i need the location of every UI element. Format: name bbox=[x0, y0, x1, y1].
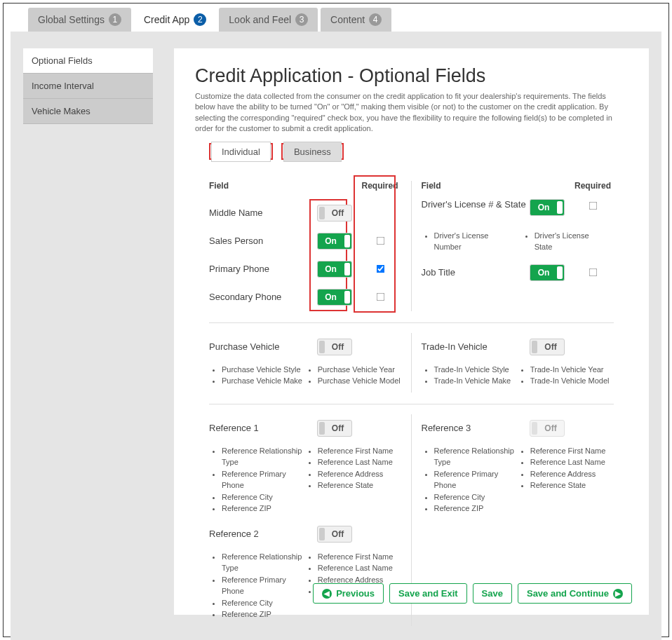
button-label: Save and Exit bbox=[398, 588, 458, 599]
required-checkbox-drivers-license[interactable] bbox=[589, 201, 598, 210]
subfield: Reference Last Name bbox=[530, 456, 614, 468]
subfield: Driver's License Number bbox=[434, 230, 508, 253]
subfield: Reference Last Name bbox=[318, 456, 401, 468]
field-label-reference-2: Reference 2 bbox=[209, 529, 317, 539]
arrow-right-icon: ▶ bbox=[613, 589, 623, 599]
subfield: Purchase Vehicle Year bbox=[318, 364, 401, 376]
subfield: Purchase Vehicle Make bbox=[222, 375, 305, 387]
subfield: Reference Last Name bbox=[318, 562, 401, 574]
tab-badge: 2 bbox=[194, 13, 206, 26]
subfield: Trade-In Vehicle Make bbox=[434, 375, 518, 387]
button-label: Save bbox=[482, 588, 503, 599]
page-title: Credit Application - Optional Fields bbox=[195, 65, 628, 87]
subfield: Purchase Vehicle Style bbox=[222, 364, 305, 376]
subfield: Reference City bbox=[434, 491, 518, 503]
save-and-exit-button[interactable]: Save and Exit bbox=[389, 583, 467, 604]
subfield: Purchase Vehicle Model bbox=[318, 375, 401, 387]
subfield: Reference Primary Phone bbox=[434, 468, 518, 491]
tab-global-settings[interactable]: Global Settings 1 bbox=[28, 8, 131, 32]
sidebar-item-label: Income Interval bbox=[32, 81, 94, 91]
button-label: Previous bbox=[336, 588, 375, 599]
subfield: Trade-In Vehicle Style bbox=[434, 364, 518, 376]
field-label-drivers-license: Driver's License # & State bbox=[422, 199, 530, 210]
field-label-tradein-vehicle: Trade-In Vehicle bbox=[422, 341, 530, 352]
sidebar-item-label: Optional Fields bbox=[32, 55, 93, 66]
arrow-left-icon: ◀ bbox=[322, 589, 332, 599]
sidebar-item-label: Vehicle Makes bbox=[32, 106, 90, 116]
field-label-purchase-vehicle: Purchase Vehicle bbox=[209, 341, 317, 352]
toggle-reference-3[interactable]: Off bbox=[530, 420, 565, 437]
tab-badge: 1 bbox=[109, 13, 121, 26]
save-button[interactable]: Save bbox=[473, 583, 512, 604]
field-label-reference-3: Reference 3 bbox=[422, 423, 530, 433]
required-checkbox-job-title[interactable] bbox=[589, 268, 598, 277]
subfield: Reference Primary Phone bbox=[222, 574, 305, 597]
tab-label: Credit App bbox=[144, 14, 189, 25]
subfield: Trade-In Vehicle Year bbox=[530, 364, 614, 376]
sidebar-item-income-interval[interactable]: Income Interval bbox=[23, 74, 153, 99]
subtab-individual-highlight: Individual bbox=[209, 143, 273, 160]
toggle-job-title[interactable]: On bbox=[530, 264, 565, 281]
toggle-primary-phone[interactable]: On bbox=[317, 261, 352, 278]
field-label-job-title: Job Title bbox=[422, 267, 530, 278]
required-checkbox-primary-phone[interactable] bbox=[376, 265, 384, 273]
col-header-field: Field bbox=[422, 181, 530, 191]
subfield: Reference Primary Phone bbox=[222, 468, 305, 491]
toggle-tradein-vehicle[interactable]: Off bbox=[530, 339, 565, 355]
subfield: Reference City bbox=[222, 491, 305, 503]
subtab-individual[interactable]: Individual bbox=[211, 142, 271, 162]
subfield: Reference Address bbox=[318, 468, 401, 480]
subtab-business-highlight: Business bbox=[281, 143, 344, 160]
col-header-required: Required bbox=[359, 181, 401, 191]
subfield: Reference ZIP bbox=[434, 503, 518, 515]
toggle-drivers-license[interactable]: On bbox=[530, 199, 565, 216]
subfield: Reference ZIP bbox=[222, 503, 305, 515]
subtab-business[interactable]: Business bbox=[283, 142, 342, 162]
previous-button[interactable]: ◀ Previous bbox=[313, 583, 384, 604]
tab-label: Content bbox=[330, 14, 365, 25]
sidebar: Optional Fields Income Interval Vehicle … bbox=[23, 48, 153, 615]
field-label-secondary-phone: Secondary Phone bbox=[209, 292, 317, 302]
sidebar-item-vehicle-makes[interactable]: Vehicle Makes bbox=[23, 99, 153, 124]
subfield: Reference Address bbox=[530, 468, 614, 480]
subfield: Reference Relationship Type bbox=[222, 551, 305, 574]
tab-look-and-feel[interactable]: Look and Feel 3 bbox=[219, 8, 318, 32]
toggle-reference-2[interactable]: Off bbox=[317, 526, 352, 543]
subfield: Trade-In Vehicle Model bbox=[530, 375, 614, 387]
tab-label: Look and Feel bbox=[229, 14, 291, 25]
subfield: Reference Relationship Type bbox=[434, 445, 518, 468]
sidebar-item-optional-fields[interactable]: Optional Fields bbox=[23, 48, 153, 74]
tab-badge: 3 bbox=[295, 13, 308, 26]
subfield: Reference First Name bbox=[318, 445, 401, 457]
subfield: Reference Relationship Type bbox=[222, 445, 305, 468]
required-checkbox-secondary-phone[interactable] bbox=[376, 293, 384, 301]
required-checkbox-sales-person[interactable] bbox=[376, 237, 384, 245]
toggle-secondary-phone[interactable]: On bbox=[317, 289, 352, 306]
tab-label: Global Settings bbox=[38, 14, 105, 25]
subfield: Reference City bbox=[222, 597, 305, 609]
toggle-reference-1[interactable]: Off bbox=[317, 420, 352, 437]
subfield: Reference State bbox=[318, 479, 401, 491]
subfield: Driver's License State bbox=[535, 230, 600, 253]
tab-credit-app[interactable]: Credit App 2 bbox=[134, 8, 216, 32]
col-header-field: Field bbox=[209, 181, 317, 191]
toggle-purchase-vehicle[interactable]: Off bbox=[317, 339, 352, 355]
field-label-primary-phone: Primary Phone bbox=[209, 264, 317, 274]
tab-badge: 4 bbox=[369, 13, 382, 26]
subfield: Reference ZIP bbox=[222, 608, 305, 620]
subfield: Reference State bbox=[530, 479, 614, 491]
col-header-required: Required bbox=[572, 181, 614, 191]
page-description: Customize the data collected from the co… bbox=[195, 91, 628, 135]
field-label-sales-person: Sales Person bbox=[209, 236, 317, 246]
content-panel: Credit Application - Optional Fields Cus… bbox=[174, 48, 649, 615]
button-label: Save and Continue bbox=[527, 588, 609, 599]
tab-content[interactable]: Content 4 bbox=[321, 8, 391, 32]
field-label-middle-name: Middle Name bbox=[209, 207, 317, 218]
toggle-sales-person[interactable]: On bbox=[317, 233, 352, 250]
field-label-reference-1: Reference 1 bbox=[209, 423, 317, 433]
save-and-continue-button[interactable]: Save and Continue ▶ bbox=[518, 583, 632, 604]
toggle-middle-name[interactable]: Off bbox=[317, 205, 352, 222]
subfield: Reference First Name bbox=[318, 551, 401, 563]
wizard-tabs: Global Settings 1 Credit App 2 Look and … bbox=[28, 8, 661, 32]
subfield: Reference First Name bbox=[530, 445, 614, 457]
